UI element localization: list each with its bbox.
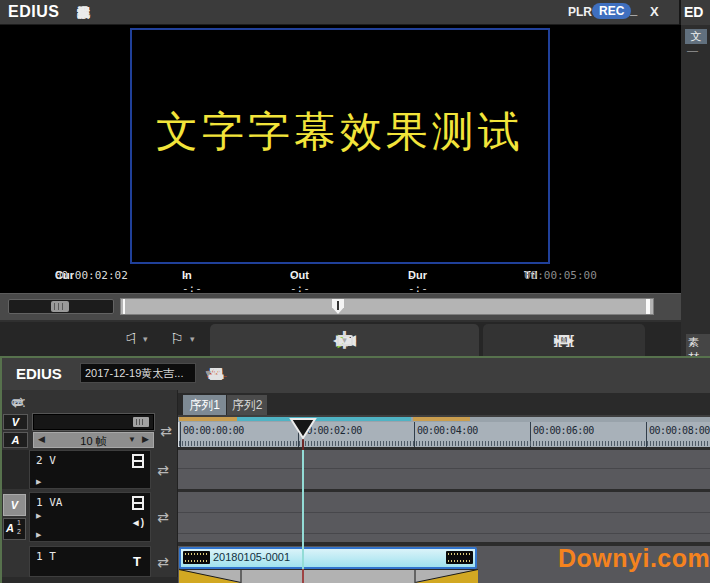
- bin-window-edge: ED 文 — 素材: [679, 0, 710, 358]
- timeline-window: EDIUS 2017-12-19黄太吉... ▢ ▾ ⇰ ▾ ▦ ▾ ✂ ⧉ ▤…: [0, 356, 710, 583]
- sync-lock-icon[interactable]: ⇄: [154, 414, 178, 448]
- zoom-slider-thumb[interactable]: [133, 417, 149, 427]
- position-start-mark: [123, 299, 125, 314]
- step-increment[interactable]: ▶: [142, 434, 149, 444]
- video-track-icon: [132, 496, 144, 510]
- playback-group: □ ◀◀ ◀▏ ▶ ▕▶ ▶▶ ▾: [210, 324, 479, 356]
- track-panel-bottom: [0, 577, 178, 583]
- timeline-ruler[interactable]: 00:00:00:00 00:00:02:00 00:00:04:00 00:0…: [178, 422, 710, 447]
- timeline-playhead-handle[interactable]: [289, 417, 317, 440]
- bin-toolbar-dash: —: [687, 44, 698, 56]
- watermark: Downyi.com: [558, 544, 710, 573]
- ruler-label: 00:00:08:00: [649, 425, 710, 436]
- project-name: 2017-12-19黄太吉...: [80, 363, 196, 383]
- ruler-label: 00:00:06:00: [533, 425, 594, 436]
- clip-thumbnail-left: [183, 551, 210, 564]
- bin-menu-file[interactable]: 文: [685, 29, 707, 44]
- tab-sequence1[interactable]: 序列1: [183, 395, 226, 415]
- display-mode-dropdown[interactable]: ▾: [342, 325, 347, 355]
- minimize-button[interactable]: _: [630, 2, 637, 17]
- snap-mode-icon[interactable]: ⊂:: [6, 394, 30, 410]
- va-audio-ch2: 2: [17, 528, 21, 535]
- ruler-minor-ticks: [179, 441, 710, 446]
- position-bar[interactable]: [120, 298, 654, 315]
- subtitle-text: 文字字幕效果测试: [132, 104, 548, 160]
- clip-mixer-area[interactable]: [179, 569, 478, 583]
- timeline-logo: EDIUS: [16, 365, 62, 382]
- expand-track-icon[interactable]: ▶: [36, 512, 41, 520]
- track-gutter: [2, 450, 29, 489]
- video-track-icon: [132, 454, 144, 468]
- timecode-row: Cur 00:00:02:02 In --:--:--:-- Out --:--…: [0, 269, 681, 285]
- va-video-button[interactable]: V: [3, 494, 26, 516]
- render-bar-orange: [179, 417, 237, 421]
- track-label: 1 T: [36, 550, 56, 563]
- rec-button[interactable]: REC: [592, 3, 631, 19]
- timecode-value: 00:00:02:02: [55, 269, 128, 282]
- playhead-line: [302, 439, 304, 450]
- track-lane-2v: [178, 450, 710, 489]
- track-header-1t[interactable]: 1 T T ⇄: [0, 546, 178, 577]
- va-audio-button[interactable]: A 1 2: [3, 518, 26, 540]
- step-dropdown[interactable]: ▼: [128, 435, 136, 444]
- expand-track-icon[interactable]: ▶: [36, 531, 41, 539]
- render-bar-teal: [237, 417, 411, 421]
- track-lane-1va: [178, 492, 710, 542]
- ruler-label: 00:00:00:00: [183, 425, 244, 436]
- close-button[interactable]: X: [650, 4, 659, 19]
- sync-lock-icon[interactable]: ⇄: [151, 546, 175, 577]
- position-end-mark: [646, 299, 650, 314]
- track-header-1va[interactable]: V A 1 2 1 VA ▶ ◄) ▶ ⇄: [0, 492, 178, 542]
- playhead-line: [302, 569, 304, 583]
- app-logo: EDIUS: [8, 3, 59, 21]
- track-head[interactable]: 1 VA ▶ ◄) ▶: [29, 492, 151, 542]
- menu-bar: EDIUS 文件 编辑 视图 素材 标记 模式 采集 渲染 工具 设置 帮助 P…: [0, 0, 681, 25]
- transport-bar: ⚐ ▾ ⚐ ▾ □ ◀◀ ◀▏ ▶ ▕▶ ▶▶ ▾ ][← →][ ▸T▸ ▾ …: [0, 320, 681, 356]
- title-safe-area: 文字字幕效果测试: [130, 28, 550, 264]
- video-mute-button[interactable]: V: [3, 414, 28, 430]
- timeline-mode-dropdown[interactable]: ▾: [206, 368, 215, 378]
- playhead-line: [302, 450, 304, 569]
- export-dropdown[interactable]: ▾: [562, 325, 567, 355]
- bin-title: ED: [684, 4, 703, 20]
- shuttle-thumb[interactable]: [51, 301, 69, 312]
- in-point-dropdown[interactable]: ▾: [143, 324, 148, 354]
- frame-step-spinner[interactable]: ◀ 10 帧 ▼ ▶: [33, 432, 154, 448]
- clip-name: 20180105-0001: [213, 551, 290, 563]
- render-bar-orange: [413, 417, 470, 421]
- track-head[interactable]: 2 V ▶: [29, 450, 151, 489]
- track-header-2v[interactable]: 2 V ▶ ⇄: [0, 450, 178, 489]
- sync-lock-icon[interactable]: ⇄: [151, 492, 175, 542]
- track-label: 2 V: [36, 454, 56, 467]
- va-audio-ch1: 1: [17, 519, 21, 526]
- shuttle-slider[interactable]: [8, 299, 114, 314]
- expand-track-icon[interactable]: ▶: [36, 478, 41, 486]
- timecode-value: 00:00:05:00: [524, 269, 597, 282]
- va-audio-letter: A: [6, 522, 14, 534]
- preview-monitor: 文字字幕效果测试 Cur 00:00:02:02 In --:--:--:-- …: [0, 25, 681, 293]
- ruler-label: 00:00:04:00: [417, 425, 478, 436]
- clip-thumbnail-right: [446, 551, 473, 564]
- audio-mute-button[interactable]: A: [3, 432, 28, 448]
- timeline-clip[interactable]: 20180105-0001: [179, 547, 477, 569]
- set-out-point-button[interactable]: ⚐: [168, 324, 186, 354]
- edit-point-group: ][← →][ ▸T▸ ▾ ⊡ ▾: [483, 324, 645, 356]
- edius-application: EDIUS 文件 编辑 视图 素材 标记 模式 采集 渲染 工具 设置 帮助 P…: [0, 0, 710, 583]
- sequence-tab-row: 序列1 序列2: [178, 393, 710, 415]
- position-playhead[interactable]: [332, 299, 344, 314]
- tab-sequence2[interactable]: 序列2: [227, 395, 267, 415]
- window-edge-top: [0, 356, 710, 358]
- speaker-icon[interactable]: ◄): [131, 517, 144, 528]
- title-track-icon: T: [133, 554, 141, 569]
- out-point-dropdown[interactable]: ▾: [190, 324, 195, 354]
- track-label: 1 VA: [36, 496, 63, 509]
- plr-button[interactable]: PLR: [568, 5, 592, 19]
- window-edge-left: [0, 356, 2, 583]
- track-head[interactable]: 1 T T: [29, 546, 151, 577]
- scrubber-row: [0, 293, 681, 320]
- sync-lock-icon[interactable]: ⇄: [151, 450, 175, 489]
- timeline-zoom-slider[interactable]: [33, 414, 154, 430]
- set-in-point-button[interactable]: ⚐: [122, 324, 140, 354]
